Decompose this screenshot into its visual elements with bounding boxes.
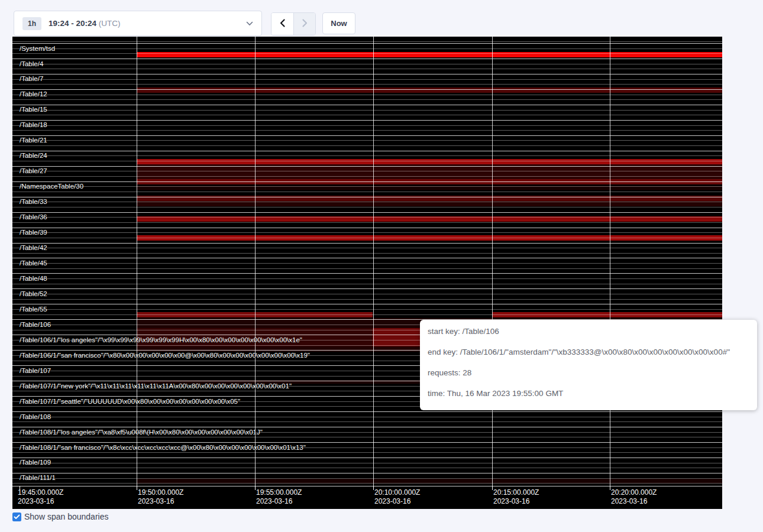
axis-time-label: 20:10:00.000Z2023-03-16	[374, 488, 420, 506]
show-span-boundaries-label: Show span boundaries	[24, 512, 108, 521]
span-boundary-line	[12, 278, 722, 279]
tooltip-start-key: start key: /Table/106	[428, 327, 749, 336]
span-boundary-line	[12, 186, 722, 187]
span-boundary-line	[12, 89, 722, 90]
row-label: /Table/106/1/"los angeles"/"\x99\x99\x99…	[20, 336, 302, 343]
key-visualizer-canvas[interactable]: /System/tsd/Table/4/Table/7/Table/12/Tab…	[12, 37, 722, 509]
span-boundary-line	[12, 99, 722, 100]
span-boundary-line	[12, 115, 722, 115]
chevron-down-icon	[246, 21, 253, 26]
span-boundary-line	[12, 427, 722, 427]
span-boundary-line	[12, 43, 722, 44]
row-label: /Table/111/1	[20, 474, 56, 481]
span-boundary-line	[12, 248, 722, 248]
span-boundary-line	[12, 48, 722, 49]
axis-time-label: 19:55:00.000Z2023-03-16	[256, 488, 302, 506]
span-boundary-line	[12, 59, 722, 59]
heat-strip	[137, 87, 722, 93]
span-boundary-line	[12, 473, 722, 473]
span-boundary-line	[12, 69, 722, 69]
time-range-label: 19:24 - 20:24 (UTC)	[49, 19, 121, 28]
span-boundary-line	[12, 53, 722, 54]
span-boundary-line	[12, 478, 722, 479]
span-boundary-line	[12, 171, 722, 171]
span-boundary-line	[12, 463, 722, 463]
row-label: /Table/109	[20, 459, 51, 466]
span-boundary-line	[12, 120, 722, 121]
prev-time-button[interactable]	[271, 13, 293, 35]
row-label: /Table/107	[20, 367, 51, 374]
show-span-boundaries-row: Show span boundaries	[12, 512, 108, 521]
heat-strip	[137, 159, 722, 164]
span-boundary-line	[12, 166, 722, 167]
row-label: /Table/106/1/"san francisco"/"\x80\x00\x…	[20, 352, 310, 359]
span-boundary-line	[12, 309, 722, 310]
span-boundary-line	[12, 437, 722, 437]
row-label: /Table/108/1/"san francisco"/"\x8c\xcc\x…	[20, 444, 306, 451]
show-span-boundaries-checkbox[interactable]	[12, 512, 21, 521]
span-boundary-line	[12, 304, 722, 304]
row-label: /Table/55	[20, 306, 47, 313]
row-label: /Table/48	[20, 275, 47, 282]
axis-boundary-line	[12, 486, 722, 486]
time-range-duration-badge: 1h	[22, 17, 41, 30]
span-boundary-line	[12, 452, 722, 453]
span-boundary-line	[12, 181, 722, 182]
span-boundary-line	[12, 238, 722, 238]
now-button[interactable]: Now	[322, 12, 355, 34]
span-boundary-line	[12, 217, 722, 218]
axis-time-label: 19:50:00.000Z2023-03-16	[138, 488, 183, 506]
row-label: /Table/107/1/"seattle"/"UUUUUUD\x00\x80\…	[20, 398, 240, 405]
row-label: /Table/15	[20, 106, 47, 113]
span-boundary-line	[12, 273, 722, 274]
span-boundary-line	[12, 253, 722, 254]
row-label: /Table/7	[20, 75, 43, 82]
span-boundary-line	[12, 263, 722, 264]
span-boundary-line	[12, 151, 722, 151]
span-boundary-line	[12, 468, 722, 468]
span-boundary-line	[12, 243, 722, 244]
span-boundary-line	[12, 258, 722, 258]
axis-time-label: 20:15:00.000Z2023-03-16	[493, 488, 539, 506]
span-boundary-line	[12, 135, 722, 136]
span-boundary-line	[12, 421, 722, 422]
span-boundary-line	[12, 288, 722, 289]
span-boundary-line	[12, 145, 722, 146]
row-label: /Table/27	[20, 167, 47, 174]
span-boundary-line	[12, 483, 722, 484]
span-boundary-line	[12, 105, 722, 105]
span-boundary-line	[12, 84, 722, 85]
axis-tick	[492, 486, 493, 490]
row-label: /Table/24	[20, 152, 47, 159]
span-boundary-line	[12, 417, 722, 417]
span-boundary-line	[12, 202, 722, 202]
row-label: /Table/45	[20, 259, 47, 267]
axis-tick	[610, 486, 610, 490]
next-time-button[interactable]	[293, 13, 315, 35]
tooltip-end-key: end key: /Table/106/1/"amsterdam"/"\xb33…	[428, 348, 749, 356]
span-boundary-line	[12, 222, 722, 223]
axis-tick	[373, 486, 374, 490]
span-boundary-line	[12, 74, 722, 74]
chevron-right-icon	[300, 18, 309, 30]
row-label: /Table/42	[20, 244, 47, 251]
span-tooltip: start key: /Table/106 end key: /Table/10…	[420, 320, 757, 410]
axis-time-label: 20:20:00.000Z2023-03-16	[611, 488, 657, 506]
span-boundary-line	[12, 110, 722, 111]
timezone-label: (UTC)	[99, 19, 121, 28]
time-range-select[interactable]: 1h 19:24 - 20:24 (UTC)	[14, 11, 262, 36]
row-label: /Table/107/1/"new york"/"\x11\x11\x11\x1…	[20, 382, 292, 390]
span-boundary-line	[12, 140, 722, 141]
row-label: /Table/108	[20, 413, 51, 420]
row-label: /NamespaceTable/30	[20, 183, 83, 190]
row-label: /Table/12	[20, 90, 47, 98]
row-label: /System/tsd	[20, 45, 55, 52]
row-label: /Table/18	[20, 121, 47, 128]
span-boundary-line	[12, 294, 722, 294]
row-label: /Table/106	[20, 321, 51, 328]
span-boundary-line	[12, 176, 722, 177]
span-boundary-line	[12, 442, 722, 443]
row-label: /Table/33	[20, 198, 47, 205]
span-boundary-line	[12, 41, 722, 42]
span-boundary-line	[12, 232, 722, 233]
